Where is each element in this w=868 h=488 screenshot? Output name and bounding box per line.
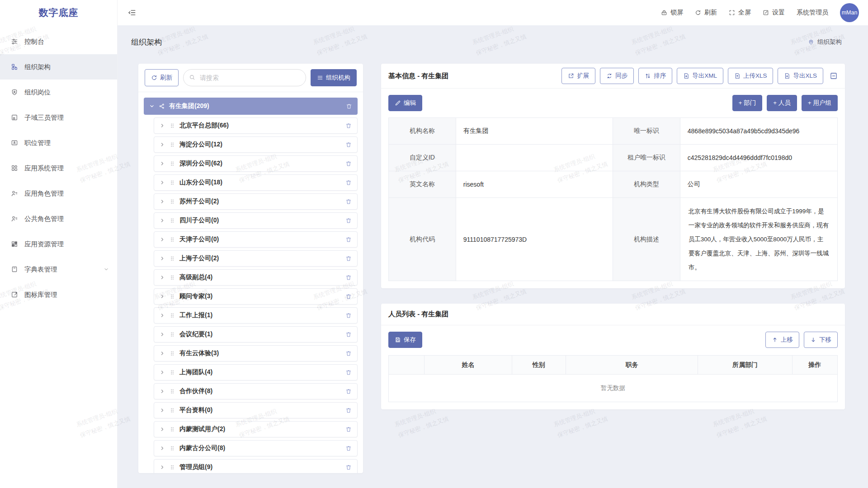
- drag-handle-icon[interactable]: [169, 274, 175, 281]
- tree-item[interactable]: 上海子公司(2): [154, 250, 358, 267]
- settings-button[interactable]: 设置: [763, 9, 785, 17]
- sidebar-item-icon-library[interactable]: 图标库管理: [0, 282, 117, 307]
- add-user-group-button[interactable]: + 用户组: [802, 95, 838, 111]
- collapse-panel-icon[interactable]: [830, 72, 838, 80]
- fullscreen-button[interactable]: 全屏: [729, 9, 751, 17]
- sidebar-item-org-structure[interactable]: 组织架构: [0, 54, 117, 80]
- drag-handle-icon[interactable]: [169, 445, 175, 451]
- trash-icon[interactable]: [345, 141, 352, 148]
- avatar[interactable]: mMan: [840, 3, 859, 22]
- sidebar-item-console[interactable]: 控制台: [0, 29, 117, 54]
- export-xml-button[interactable]: 导出XML: [677, 68, 723, 84]
- drag-handle-icon[interactable]: [169, 369, 175, 375]
- drag-handle-icon[interactable]: [169, 141, 175, 148]
- tree-item[interactable]: 北京平台总部(66): [154, 117, 358, 134]
- tree-item[interactable]: 顾问专家(3): [154, 288, 358, 305]
- add-department-button[interactable]: + 部门: [732, 95, 763, 111]
- tree-item[interactable]: 合作伙伴(8): [154, 383, 358, 399]
- tree-item[interactable]: 内蒙测试用户(2): [154, 421, 358, 437]
- sidebar-item-dictionary[interactable]: 字典表管理: [0, 257, 117, 282]
- chevron-right-icon[interactable]: [160, 180, 165, 185]
- chevron-right-icon[interactable]: [160, 199, 165, 204]
- trash-icon[interactable]: [345, 179, 352, 186]
- trash-icon[interactable]: [345, 426, 352, 432]
- lock-screen-button[interactable]: 锁屏: [661, 9, 683, 17]
- chevron-right-icon[interactable]: [160, 408, 165, 413]
- sidebar-item-app-role[interactable]: 应用角色管理: [0, 181, 117, 206]
- chevron-right-icon[interactable]: [160, 351, 165, 356]
- sidebar-item-app-system[interactable]: 应用系统管理: [0, 155, 117, 181]
- chevron-right-icon[interactable]: [160, 123, 165, 128]
- trash-icon[interactable]: [345, 293, 352, 300]
- drag-handle-icon[interactable]: [169, 293, 175, 300]
- chevron-right-icon[interactable]: [160, 332, 165, 337]
- drag-handle-icon[interactable]: [169, 122, 175, 129]
- trash-icon[interactable]: [345, 160, 352, 167]
- tree-item[interactable]: 管理员组(9): [154, 459, 358, 473]
- drag-handle-icon[interactable]: [169, 464, 175, 470]
- chevron-right-icon[interactable]: [160, 465, 165, 470]
- sidebar-item-public-role[interactable]: 公共角色管理: [0, 206, 117, 231]
- chevron-right-icon[interactable]: [160, 313, 165, 318]
- chevron-right-icon[interactable]: [160, 161, 165, 166]
- trash-icon[interactable]: [345, 236, 352, 243]
- expand-button[interactable]: 扩展: [561, 68, 595, 84]
- save-button[interactable]: 保存: [388, 332, 422, 348]
- sort-button[interactable]: 排序: [638, 68, 672, 84]
- move-down-button[interactable]: 下移: [804, 332, 838, 348]
- tree-item[interactable]: 苏州子公司(2): [154, 193, 358, 210]
- drag-handle-icon[interactable]: [169, 388, 175, 394]
- sidebar-item-app-resource[interactable]: 应用资源管理: [0, 231, 117, 257]
- tree-item[interactable]: 平台资料(0): [154, 402, 358, 418]
- drag-handle-icon[interactable]: [169, 255, 175, 262]
- tree-refresh-button[interactable]: 刷新: [145, 69, 179, 86]
- org-structure-button[interactable]: 组织机构: [311, 69, 357, 86]
- sidebar-item-position[interactable]: 职位管理: [0, 130, 117, 155]
- trash-icon[interactable]: [345, 350, 352, 357]
- tree-item[interactable]: 海淀分公司(12): [154, 136, 358, 153]
- sidebar-item-org-post[interactable]: 组织岗位: [0, 80, 117, 105]
- tree-item[interactable]: 上海团队(4): [154, 364, 358, 380]
- drag-handle-icon[interactable]: [169, 312, 175, 319]
- tree-item[interactable]: 天津子公司(0): [154, 231, 358, 248]
- trash-icon[interactable]: [345, 407, 352, 413]
- tree-item[interactable]: 内蒙古分公司(8): [154, 440, 358, 456]
- tree-item[interactable]: 会议纪要(1): [154, 326, 358, 343]
- trash-icon[interactable]: [345, 255, 352, 262]
- drag-handle-icon[interactable]: [169, 160, 175, 167]
- chevron-right-icon[interactable]: [160, 256, 165, 261]
- sidebar-item-subdomain[interactable]: 子域三员管理: [0, 105, 117, 130]
- chevron-right-icon[interactable]: [160, 142, 165, 147]
- trash-icon[interactable]: [345, 445, 352, 451]
- tree-item[interactable]: 高级副总(4): [154, 269, 358, 286]
- tree-item[interactable]: 工作上报(1): [154, 307, 358, 324]
- drag-handle-icon[interactable]: [169, 198, 175, 205]
- trash-icon[interactable]: [345, 122, 352, 129]
- chevron-right-icon[interactable]: [160, 446, 165, 451]
- tree-item[interactable]: 四川子公司(0): [154, 212, 358, 229]
- trash-icon[interactable]: [345, 217, 352, 224]
- chevron-right-icon[interactable]: [160, 389, 165, 394]
- trash-icon[interactable]: [346, 103, 352, 109]
- tree-item[interactable]: 山东分公司(18): [154, 174, 358, 191]
- trash-icon[interactable]: [345, 274, 352, 281]
- chevron-right-icon[interactable]: [160, 294, 165, 299]
- chevron-right-icon[interactable]: [160, 370, 165, 375]
- trash-icon[interactable]: [345, 369, 352, 375]
- tree-root-node[interactable]: 有生集团(209): [144, 98, 358, 115]
- add-person-button[interactable]: + 人员: [767, 95, 797, 111]
- menu-fold-icon[interactable]: [128, 9, 136, 17]
- trash-icon[interactable]: [345, 312, 352, 319]
- drag-handle-icon[interactable]: [169, 426, 175, 432]
- edit-button[interactable]: 编辑: [388, 95, 422, 111]
- upload-xls-button[interactable]: 上传XLS: [728, 68, 774, 84]
- drag-handle-icon[interactable]: [169, 236, 175, 243]
- drag-handle-icon[interactable]: [169, 179, 175, 186]
- chevron-right-icon[interactable]: [160, 427, 165, 432]
- drag-handle-icon[interactable]: [169, 350, 175, 357]
- drag-handle-icon[interactable]: [169, 217, 175, 224]
- drag-handle-icon[interactable]: [169, 407, 175, 413]
- chevron-right-icon[interactable]: [160, 275, 165, 280]
- chevron-right-icon[interactable]: [160, 218, 165, 223]
- current-user[interactable]: 系统管理员: [797, 9, 828, 17]
